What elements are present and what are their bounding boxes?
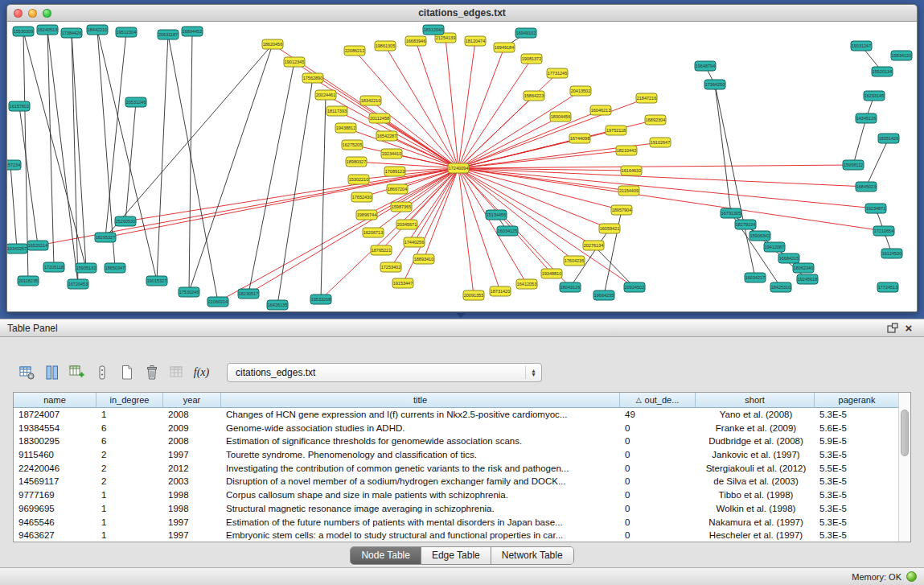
- graph-edge[interactable]: [189, 44, 273, 292]
- graph-node[interactable]: 17205118: [43, 262, 64, 272]
- graph-node[interactable]: 19512304: [116, 27, 137, 37]
- graph-node[interactable]: 18893410: [413, 254, 434, 264]
- graph-node[interactable]: 19648794: [695, 61, 716, 71]
- graph-node[interactable]: 16684215: [778, 253, 799, 263]
- graph-node[interactable]: 15905132: [76, 263, 97, 273]
- table-cell[interactable]: 19384554: [14, 422, 97, 435]
- graph-node[interactable]: 15906342: [749, 231, 770, 241]
- graph-node[interactable]: 18043126: [560, 282, 581, 292]
- table-cell[interactable]: 0: [620, 462, 696, 476]
- table-cell[interactable]: 2008: [163, 435, 221, 448]
- graph-node[interactable]: 18230517: [238, 289, 259, 299]
- table-cell[interactable]: 1: [97, 488, 163, 502]
- graph-node[interactable]: 17724513: [877, 282, 898, 292]
- graph-edge[interactable]: [853, 118, 866, 165]
- graph-node[interactable]: 20118235: [18, 276, 39, 286]
- zoom-window-button[interactable]: [43, 9, 51, 18]
- graph-edge[interactable]: [218, 168, 458, 302]
- graph-node[interactable]: 15530309: [13, 27, 34, 36]
- graph-node[interactable]: 19102647: [650, 138, 671, 147]
- graph-node[interactable]: 20924502: [624, 282, 645, 292]
- graph-node[interactable]: 15987365: [391, 202, 412, 212]
- graph-node[interactable]: 18620456: [262, 39, 283, 49]
- network-window-titlebar[interactable]: citations_edges.txt: [7, 5, 917, 22]
- graph-node[interactable]: 16240513: [37, 25, 58, 35]
- graph-node[interactable]: 17210654: [873, 226, 894, 236]
- table-cell[interactable]: 5.3E-5: [815, 516, 900, 529]
- graph-node[interactable]: 19664235: [593, 290, 614, 300]
- table-cell[interactable]: Dudbridge et al. (2008): [696, 435, 815, 448]
- graph-node[interactable]: 19031247: [851, 41, 872, 51]
- graph-node[interactable]: 19861305: [375, 41, 396, 51]
- graph-edge[interactable]: [458, 168, 552, 274]
- graph-node[interactable]: 16949184: [494, 43, 515, 52]
- column-header-pagerank[interactable]: pagerank: [815, 393, 900, 408]
- table-row[interactable]: 1830029562008Estimation of significance …: [14, 435, 898, 448]
- graph-edge[interactable]: [157, 35, 168, 281]
- graph-node[interactable]: 18210442: [616, 146, 637, 155]
- table-cell[interactable]: Franke et al. (2009): [696, 422, 815, 435]
- graph-edge[interactable]: [458, 59, 532, 168]
- graph-node[interactable]: 20024461: [315, 90, 336, 100]
- table-cell[interactable]: 9465546: [14, 516, 97, 529]
- column-header-short[interactable]: short: [696, 393, 815, 408]
- graph-node[interactable]: 16206713: [363, 228, 384, 237]
- select-column-button[interactable]: [89, 361, 114, 385]
- graph-node[interactable]: 20631187: [158, 30, 179, 39]
- graph-node[interactable]: 16034217: [745, 273, 766, 282]
- table-row[interactable]: 1938455462009Genome-wide association stu…: [14, 422, 898, 435]
- graph-edge[interactable]: [458, 168, 574, 261]
- graph-edge[interactable]: [458, 41, 475, 168]
- column-header-name[interactable]: name: [14, 393, 97, 408]
- graph-node[interactable]: 16791305: [721, 208, 741, 218]
- table-cell[interactable]: de Silva et al. (2003): [696, 475, 815, 488]
- table-cell[interactable]: 0: [620, 448, 696, 462]
- graph-node[interactable]: 19234410: [381, 149, 402, 159]
- table-cell[interactable]: 49: [620, 408, 696, 422]
- graph-node[interactable]: 17364250: [704, 80, 725, 89]
- graph-node[interactable]: 18342210: [360, 96, 381, 105]
- graph-node[interactable]: 16683946: [405, 36, 426, 46]
- graph-node[interactable]: 16157802: [9, 101, 30, 111]
- table-cell[interactable]: 1997: [163, 516, 221, 529]
- graph-node[interactable]: 19340257: [7, 244, 27, 253]
- table-cell[interactable]: 5.3E-5: [815, 408, 900, 422]
- graph-node[interactable]: 18731420: [490, 286, 511, 296]
- delete-table-button[interactable]: [139, 361, 164, 385]
- table-cell[interactable]: Estimation of significance thresholds fo…: [221, 435, 620, 448]
- graph-edge[interactable]: [19, 106, 38, 245]
- graph-edge[interactable]: [72, 33, 86, 268]
- graph-edge[interactable]: [105, 44, 273, 237]
- table-cell[interactable]: Corpus callosum shape and size in male p…: [221, 488, 620, 502]
- table-cell[interactable]: 18724007: [14, 408, 97, 422]
- column-header-out_de[interactable]: △out_de...: [620, 393, 696, 408]
- table-cell[interactable]: 1997: [163, 529, 221, 542]
- graph-node[interactable]: 17240094: [448, 163, 469, 173]
- tab-edge-table[interactable]: Edge Table: [421, 547, 491, 564]
- graph-node[interactable]: 18351426: [878, 134, 899, 143]
- table-row[interactable]: 946362711997Embryonic stem cells: a mode…: [14, 529, 898, 542]
- graph-node[interactable]: 19245618: [797, 274, 818, 284]
- graph-edge[interactable]: [277, 78, 313, 305]
- graph-node[interactable]: 16949102: [515, 28, 536, 38]
- import-table-button[interactable]: [164, 361, 189, 385]
- new-table-button[interactable]: [114, 361, 139, 385]
- graph-edge[interactable]: [458, 96, 534, 168]
- table-cell[interactable]: 1998: [163, 502, 221, 516]
- table-cell[interactable]: 0: [620, 422, 696, 435]
- table-cell[interactable]: Tourette syndrome. Phenomenology and cla…: [221, 448, 620, 462]
- graph-edge[interactable]: [97, 30, 157, 281]
- graph-node[interactable]: 18442210: [87, 25, 108, 35]
- column-header-title[interactable]: title: [221, 393, 620, 408]
- graph-edge[interactable]: [458, 168, 629, 191]
- graph-edge[interactable]: [866, 138, 889, 187]
- table-cell[interactable]: 1998: [163, 488, 221, 502]
- graph-node[interactable]: 16744098: [569, 134, 590, 143]
- graph-edge[interactable]: [72, 33, 78, 284]
- table-row[interactable]: 969969511998Structural magnetic resonanc…: [14, 502, 898, 516]
- graph-edge[interactable]: [10, 165, 17, 249]
- graph-edge[interactable]: [47, 30, 54, 267]
- table-row[interactable]: 2242004622012Investigating the contribut…: [14, 462, 898, 476]
- table-cell[interactable]: 9463627: [14, 529, 97, 542]
- graph-edge[interactable]: [458, 168, 876, 208]
